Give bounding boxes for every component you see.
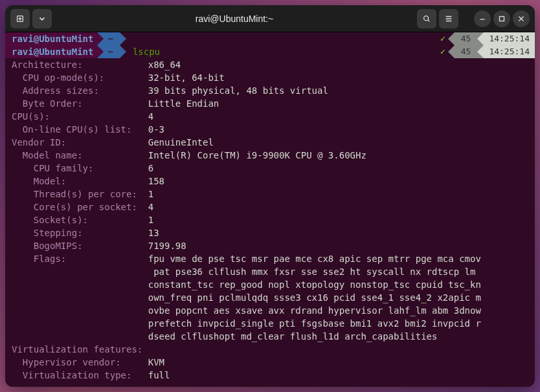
row-label: Stepping: bbox=[12, 228, 148, 238]
output-row: On-line CPU(s) list: 0-3 bbox=[12, 123, 535, 136]
close-button[interactable] bbox=[513, 10, 530, 27]
output-row: Byte Order: Little Endian bbox=[12, 97, 535, 110]
row-label: BogoMIPS: bbox=[12, 241, 148, 251]
row-value: full bbox=[148, 370, 170, 380]
section-header: Virtualization features: bbox=[12, 343, 535, 356]
arrow-icon bbox=[448, 45, 455, 58]
terminal-body[interactable]: ravi@UbuntuMint ~ ✓ 45 14:25:14 ravi@Ubu… bbox=[5, 32, 535, 387]
output-row: Virtualization type: full bbox=[12, 369, 535, 382]
row-label: Virtualization type: bbox=[12, 370, 148, 380]
row-value: fpu vme de pse tsc msr pae mce cx8 apic … bbox=[148, 254, 481, 264]
row-value: 6 bbox=[148, 163, 153, 173]
arrow-icon bbox=[477, 45, 484, 58]
row-value: 32-bit, 64-bit bbox=[148, 72, 225, 83]
prompt-dir: ~ bbox=[104, 45, 119, 58]
arrow-icon bbox=[97, 45, 104, 58]
row-label: CPU family: bbox=[12, 163, 148, 173]
row-value: 0-3 bbox=[148, 124, 164, 135]
arrow-icon bbox=[477, 32, 484, 45]
flags-continuation: pat pse36 clflush mmx fxsr sse sse2 ht s… bbox=[12, 265, 535, 278]
row-value: 4 bbox=[148, 202, 153, 212]
output-row: Flags: fpu vme de pse tsc msr pae mce cx… bbox=[12, 252, 535, 265]
row-label: On-line CPU(s) list: bbox=[12, 124, 148, 135]
prompt-dir: ~ bbox=[104, 32, 119, 45]
row-label: Virtualization features: bbox=[12, 344, 142, 354]
output-row: Architecture: x86_64 bbox=[12, 58, 535, 71]
output-row: Model: 158 bbox=[12, 175, 535, 188]
flags-continuation: prefetch invpcid_single pti fsgsbase bmi… bbox=[12, 317, 535, 330]
check-icon: ✓ bbox=[438, 32, 448, 45]
new-tab-button[interactable] bbox=[10, 9, 30, 28]
row-label: Hypervisor vendor: bbox=[12, 357, 148, 367]
status-number: 45 bbox=[455, 32, 478, 45]
arrow-icon bbox=[120, 32, 126, 45]
output-row: Address sizes: 39 bits physical, 48 bits… bbox=[12, 84, 535, 97]
output-row: BogoMIPS: 7199.98 bbox=[12, 239, 535, 252]
search-button[interactable] bbox=[417, 9, 436, 28]
flags-continuation: constant_tsc rep_good nopl xtopology non… bbox=[12, 278, 535, 291]
terminal-window: ravi@UbuntuMint:~ ravi@UbuntuMint bbox=[5, 5, 535, 387]
row-value: x86_64 bbox=[148, 60, 181, 70]
row-label: Model name: bbox=[12, 150, 148, 160]
row-value: 1 bbox=[148, 215, 153, 225]
row-label: Address sizes: bbox=[12, 85, 148, 96]
arrow-icon bbox=[97, 32, 104, 45]
command-text: lscpu bbox=[126, 45, 160, 58]
status-time: 14:25:14 bbox=[484, 45, 535, 58]
row-label: CPU(s): bbox=[12, 111, 148, 122]
svg-point-1 bbox=[424, 16, 429, 20]
status-badge: ✓ 45 14:25:14 bbox=[438, 32, 535, 45]
row-value: GenuineIntel bbox=[148, 137, 214, 147]
flags-continuation: dseed clflushopt md_clear flush_l1d arch… bbox=[12, 330, 535, 343]
row-label: Flags: bbox=[12, 254, 148, 264]
row-label: Thread(s) per core: bbox=[12, 189, 148, 199]
output-row: Core(s) per socket: 4 bbox=[12, 201, 535, 213]
status-badge: ✓ 45 14:25:14 bbox=[438, 45, 535, 58]
output-row: CPU family: 6 bbox=[12, 162, 535, 175]
row-value: 4 bbox=[148, 111, 153, 122]
prompt-user: ravi@UbuntuMint bbox=[5, 32, 97, 45]
row-label: Vendor ID: bbox=[12, 137, 148, 147]
window-title: ravi@UbuntuMint:~ bbox=[52, 14, 417, 24]
row-value: Little Endian bbox=[148, 98, 219, 109]
row-label: CPU op-mode(s): bbox=[12, 72, 148, 83]
row-value: 13 bbox=[148, 228, 159, 238]
output-row: CPU op-mode(s): 32-bit, 64-bit bbox=[12, 71, 535, 84]
titlebar: ravi@UbuntuMint:~ bbox=[5, 5, 535, 32]
flags-continuation: own_freq pni pclmulqdq ssse3 cx16 pcid s… bbox=[12, 291, 535, 304]
output-row: Stepping: 13 bbox=[12, 226, 535, 239]
maximize-button[interactable] bbox=[493, 10, 510, 27]
row-label: Core(s) per socket: bbox=[12, 202, 148, 212]
row-value: Intel(R) Core(TM) i9-9900K CPU @ 3.60GHz bbox=[148, 150, 366, 160]
row-value: 1 bbox=[148, 189, 153, 199]
row-value: 7199.98 bbox=[148, 241, 186, 251]
row-label: Model: bbox=[12, 176, 148, 186]
svg-rect-2 bbox=[500, 16, 504, 21]
prompt-line: ravi@UbuntuMint ~ lscpu ✓ 45 14:25:14 bbox=[5, 45, 535, 58]
row-value: 39 bits physical, 48 bits virtual bbox=[148, 85, 328, 96]
check-icon: ✓ bbox=[438, 45, 448, 58]
status-number: 45 bbox=[455, 45, 478, 58]
row-label: Architecture: bbox=[12, 60, 148, 70]
prompt-line: ravi@UbuntuMint ~ ✓ 45 14:25:14 bbox=[5, 32, 535, 45]
row-label: Socket(s): bbox=[12, 215, 148, 225]
row-value: KVM bbox=[148, 357, 164, 367]
output-row: Socket(s): 1 bbox=[12, 213, 535, 226]
minimize-button[interactable] bbox=[474, 10, 491, 27]
status-time: 14:25:14 bbox=[484, 32, 535, 45]
dropdown-button[interactable] bbox=[32, 9, 52, 28]
output-row: Hypervisor vendor: KVM bbox=[12, 356, 535, 369]
output-row: Model name: Intel(R) Core(TM) i9-9900K C… bbox=[12, 149, 535, 162]
command-output: Architecture: x86_64 CPU op-mode(s): 32-… bbox=[5, 58, 535, 382]
output-row: Vendor ID: GenuineIntel bbox=[12, 136, 535, 149]
flags-continuation: ovbe popcnt aes xsave avx rdrand hypervi… bbox=[12, 304, 535, 317]
output-row: CPU(s): 4 bbox=[12, 110, 535, 123]
output-row: Thread(s) per core: 1 bbox=[12, 188, 535, 201]
menu-button[interactable] bbox=[439, 9, 458, 28]
prompt-user: ravi@UbuntuMint bbox=[5, 45, 97, 58]
row-value: 158 bbox=[148, 176, 164, 186]
arrow-icon bbox=[120, 45, 126, 58]
arrow-icon bbox=[448, 32, 455, 45]
row-label: Byte Order: bbox=[12, 98, 148, 109]
